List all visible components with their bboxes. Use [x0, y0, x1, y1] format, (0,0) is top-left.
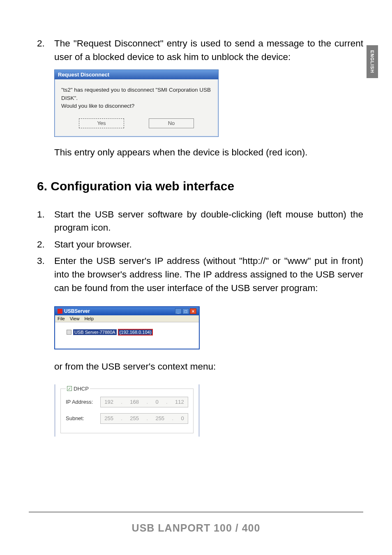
- window-controls: _ □ ×: [175, 308, 196, 314]
- steps-list: 1. Start the USB server software by doub…: [37, 208, 363, 295]
- list-number: 3.: [37, 254, 54, 295]
- list-item: 1. Start the USB server software by doub…: [37, 208, 363, 235]
- footer-text: USB LANPORT 100 / 400: [0, 522, 392, 534]
- footer-divider: [29, 512, 363, 512]
- subnet-octet: 255: [130, 415, 139, 421]
- subnet-field[interactable]: 255. 255. 255. 0: [100, 413, 188, 424]
- list-number: 1.: [37, 208, 54, 235]
- subnet-octet: 0: [181, 415, 184, 421]
- list-item: 2. The "Request Disconnect" entry is use…: [37, 37, 363, 64]
- section-heading: 6. Configuration via web interface: [37, 179, 363, 193]
- window-title: USBServer: [64, 308, 90, 314]
- tree-label: USB Server-77880A: [73, 329, 117, 335]
- subnet-row: Subnet: 255. 255. 255. 0: [66, 413, 188, 424]
- list-item: 2. Start your browser.: [37, 238, 363, 252]
- language-tab: ENGLISH: [367, 45, 378, 78]
- dialog-buttons: Yes No: [61, 118, 212, 128]
- device-icon: [67, 330, 71, 335]
- subnet-octet: 255: [155, 415, 164, 421]
- no-button[interactable]: No: [149, 118, 194, 128]
- subnet-octet: 255: [104, 415, 113, 421]
- menu-file[interactable]: File: [58, 316, 65, 321]
- list-text: Start the USB server software by double-…: [54, 208, 363, 235]
- dialog-line1: "ts2" has requested you to disconnect "S…: [61, 87, 211, 101]
- page: ENGLISH 2. The "Request Disconnect" entr…: [0, 0, 392, 555]
- list-text: Start your browser.: [54, 238, 363, 252]
- dialog-line2: Would you like to disconnect?: [61, 103, 134, 109]
- tree-item[interactable]: USB Server-77880A(192.168.0.104): [67, 329, 152, 335]
- tree-ip-highlight: (192.168.0.104): [118, 329, 153, 335]
- dialog-message: "ts2" has requested you to disconnect "S…: [61, 86, 212, 110]
- menu-help[interactable]: Help: [84, 316, 94, 321]
- window-body: USB Server-77880A(192.168.0.104): [55, 322, 199, 349]
- minimize-icon[interactable]: _: [175, 308, 182, 314]
- list-number: 2.: [37, 238, 54, 252]
- window-titlebar: USBServer _ □ ×: [55, 307, 199, 315]
- menu-view[interactable]: View: [70, 316, 80, 321]
- list-item: 3. Enter the USB server's IP address (wi…: [37, 254, 363, 295]
- maximize-icon[interactable]: □: [182, 308, 189, 314]
- close-icon[interactable]: ×: [190, 308, 196, 314]
- dhcp-fieldset: ✓ DHCP IP Address: 192. 168. 0. 112 Subn…: [60, 388, 194, 433]
- usbserver-window: USBServer _ □ × File View Help USB Serve…: [54, 306, 200, 349]
- dhcp-label: DHCP: [74, 386, 89, 392]
- window-menu: File View Help: [55, 315, 199, 322]
- ip-settings-panel: ✓ DHCP IP Address: 192. 168. 0. 112 Subn…: [54, 384, 200, 437]
- context-menu-text: or from the USB server's context menu:: [54, 360, 363, 374]
- ip-address-field[interactable]: 192. 168. 0. 112: [100, 397, 188, 407]
- yes-button[interactable]: Yes: [79, 118, 124, 128]
- ip-octet: 112: [175, 399, 184, 405]
- subnet-label: Subnet:: [66, 415, 100, 421]
- list-text: Enter the USB server's IP address (witho…: [54, 254, 363, 295]
- ip-address-label: IP Address:: [66, 399, 100, 405]
- dhcp-legend: ✓ DHCP: [66, 386, 90, 392]
- dhcp-checkbox[interactable]: ✓: [67, 386, 72, 391]
- app-icon: [58, 309, 62, 314]
- list-number: 2.: [37, 37, 54, 64]
- ip-octet: 168: [130, 399, 139, 405]
- after-dialog-text: This entry only appears when the device …: [54, 146, 363, 160]
- dialog-body: "ts2" has requested you to disconnect "S…: [55, 79, 218, 136]
- request-disconnect-dialog: Request Disconnect "ts2" has requested y…: [54, 69, 219, 137]
- dialog-title: Request Disconnect: [55, 70, 218, 79]
- list-text: The "Request Disconnect" entry is used t…: [54, 37, 363, 64]
- ip-row: IP Address: 192. 168. 0. 112: [66, 397, 188, 407]
- intro-list: 2. The "Request Disconnect" entry is use…: [37, 37, 363, 64]
- ip-octet: 192: [104, 399, 113, 405]
- ip-octet: 0: [155, 399, 158, 405]
